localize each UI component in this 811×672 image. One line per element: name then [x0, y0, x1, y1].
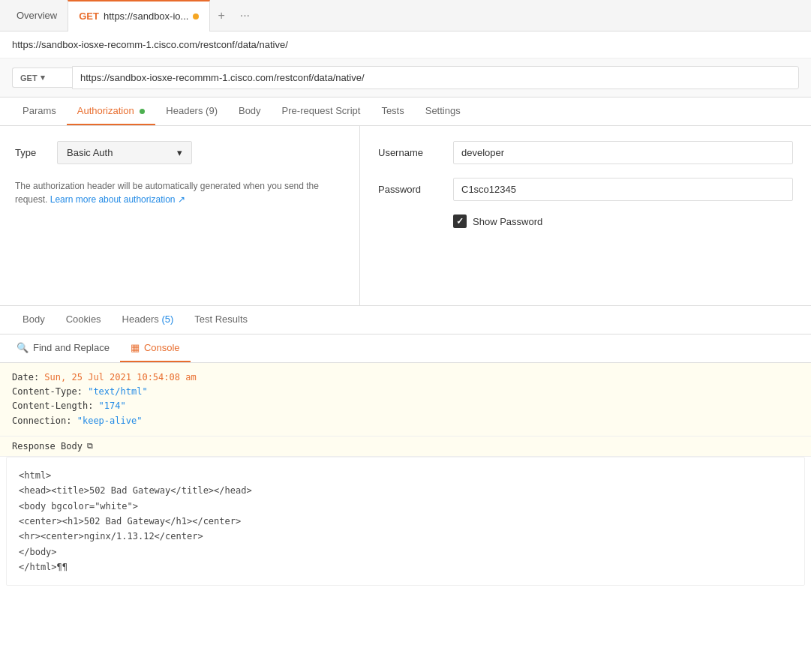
tab-headers[interactable]: Headers (9) [155, 98, 228, 125]
console-output: Date: Sun, 25 Jul 2021 10:54:08 am Conte… [0, 363, 811, 436]
password-input[interactable] [453, 178, 793, 201]
tab-tests[interactable]: Tests [371, 98, 414, 125]
console-line-2: Content-Length: "174" [12, 399, 799, 413]
code-line-5: </body> [19, 544, 792, 560]
response-body-label: Response Body ⧉ [0, 436, 811, 457]
response-body-external-link[interactable]: ⧉ [87, 441, 93, 451]
bottom-tabs: 🔍 Find and Replace ▦ Console [0, 334, 811, 363]
active-tab-dot [193, 14, 199, 20]
tab-active-request[interactable]: GET https://sandbox-io... [68, 0, 210, 32]
auth-type-dropdown[interactable]: Basic Auth ▾ [57, 141, 192, 164]
method-chevron: ▾ [41, 73, 45, 82]
password-row: Password [378, 178, 793, 201]
type-row: Type Basic Auth ▾ [15, 141, 344, 164]
resp-tab-testresults[interactable]: Test Results [184, 306, 258, 334]
active-tab-method: GET [79, 10, 99, 22]
username-input[interactable] [453, 141, 793, 164]
username-label: Username [378, 147, 453, 158]
headers-badge: (9) [206, 105, 218, 116]
auth-type-chevron: ▾ [177, 147, 182, 158]
username-row: Username [378, 141, 793, 164]
new-tab-button[interactable]: + [210, 0, 232, 32]
show-password-row: Show Password [453, 214, 793, 228]
find-replace-label: Find and Replace [33, 342, 110, 353]
method-dropdown[interactable]: GET ▾ [12, 68, 72, 88]
tab-params[interactable]: Params [12, 98, 67, 125]
url-display: https://sandbox-iosxe-recomm-1.cisco.com… [0, 32, 811, 58]
tab-find-replace[interactable]: 🔍 Find and Replace [6, 334, 120, 362]
console-label: Console [144, 342, 180, 353]
auth-content: Type Basic Auth ▾ The authorization head… [0, 126, 811, 306]
type-label: Type [15, 147, 45, 158]
auth-left-panel: Type Basic Auth ▾ The authorization head… [0, 126, 360, 305]
show-password-checkbox[interactable] [453, 214, 467, 228]
code-line-6: </html>¶¶ [19, 560, 792, 574]
response-body-code: <html> <head><title>502 Bad Gateway</tit… [6, 457, 805, 586]
find-replace-icon: 🔍 [17, 342, 29, 353]
code-line-2: <body bgcolor="white"> [19, 499, 792, 514]
code-line-3: <center><h1>502 Bad Gateway</h1></center… [19, 514, 792, 529]
request-tabs: Params Authorization Headers (9) Body Pr… [0, 98, 811, 126]
response-body-text: Response Body [12, 441, 83, 452]
auth-type-value: Basic Auth [67, 147, 113, 158]
tab-body[interactable]: Body [228, 98, 272, 125]
url-text: https://sandbox-iosxe-recomm-1.cisco.com… [12, 39, 288, 50]
more-tabs-button[interactable]: ··· [233, 0, 257, 32]
auth-right-panel: Username Password Show Password [360, 126, 811, 305]
request-url-input[interactable] [72, 66, 799, 89]
password-label: Password [378, 184, 453, 195]
code-line-0: <html> [19, 468, 792, 483]
console-line-3: Connection: "keep-alive" [12, 414, 799, 428]
tab-console[interactable]: ▦ Console [120, 334, 191, 362]
tab-authorization[interactable]: Authorization [67, 98, 156, 125]
auth-active-dot [140, 109, 145, 114]
tab-prerequest[interactable]: Pre-request Script [272, 98, 371, 125]
auth-note: The authorization header will be automat… [15, 179, 344, 206]
resp-tab-body[interactable]: Body [12, 306, 56, 334]
code-line-4: <hr><center>nginx/1.13.12</center> [19, 529, 792, 544]
console-line-1: Content-Type: "text/html" [12, 385, 799, 399]
console-icon: ▦ [131, 342, 140, 353]
code-line-1: <head><title>502 Bad Gateway</title></he… [19, 483, 792, 498]
resp-tab-cookies[interactable]: Cookies [56, 306, 112, 334]
learn-more-link[interactable]: Learn more about authorization ↗ [50, 194, 185, 205]
console-line-0: Date: Sun, 25 Jul 2021 10:54:08 am [12, 370, 799, 385]
request-line: GET ▾ [0, 58, 811, 98]
tab-settings[interactable]: Settings [415, 98, 471, 125]
overview-label: Overview [17, 10, 57, 21]
show-password-label: Show Password [473, 216, 542, 227]
resp-headers-badge: (5) [161, 314, 173, 325]
resp-tab-headers[interactable]: Headers (5) [112, 306, 185, 334]
active-tab-url: https://sandbox-io... [104, 10, 188, 22]
response-tabs: Body Cookies Headers (5) Test Results [0, 306, 811, 334]
method-label: GET [20, 74, 38, 82]
tab-bar: Overview GET https://sandbox-io... + ··· [0, 0, 811, 32]
tab-overview[interactable]: Overview [6, 0, 68, 32]
